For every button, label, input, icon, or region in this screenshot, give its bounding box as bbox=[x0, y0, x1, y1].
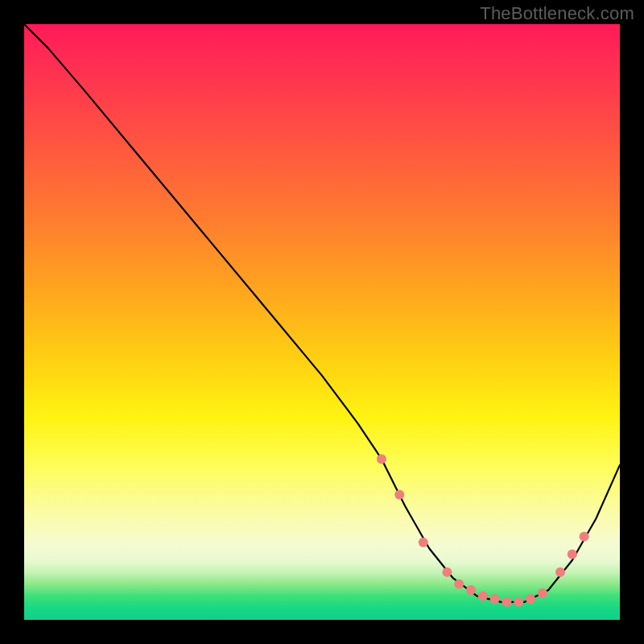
marker-dot bbox=[555, 568, 565, 577]
marker-dot bbox=[490, 594, 500, 604]
marker-dot bbox=[419, 538, 428, 547]
marker-dot bbox=[478, 591, 488, 601]
marker-dot bbox=[580, 531, 589, 541]
marker-dot bbox=[442, 568, 452, 577]
marker-dot bbox=[526, 594, 535, 604]
highlight-dots bbox=[377, 454, 589, 607]
plot-area bbox=[24, 24, 620, 620]
marker-dot bbox=[466, 585, 476, 595]
marker-dot bbox=[568, 550, 577, 559]
marker-dot bbox=[514, 597, 523, 607]
bottleneck-curve bbox=[24, 24, 620, 602]
attribution-label: TheBottleneck.com bbox=[480, 3, 634, 24]
marker-dot bbox=[377, 454, 386, 464]
marker-dot bbox=[454, 580, 464, 589]
marker-dot bbox=[538, 588, 547, 598]
marker-dot bbox=[502, 597, 511, 607]
marker-dot bbox=[394, 490, 404, 500]
curve-svg bbox=[24, 24, 620, 620]
chart-stage: TheBottleneck.com bbox=[0, 0, 644, 644]
